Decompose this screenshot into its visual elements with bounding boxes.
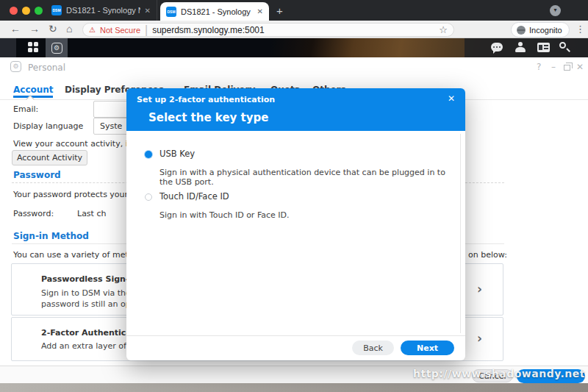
account-activity-button[interactable]: Account Activity bbox=[12, 150, 87, 165]
traffic-close-button[interactable] bbox=[10, 7, 18, 15]
user-menu-button[interactable] bbox=[514, 42, 526, 52]
main-menu-button[interactable] bbox=[28, 42, 39, 53]
home-icon[interactable]: ⌂ bbox=[66, 23, 72, 35]
tab-account[interactable]: Account bbox=[13, 85, 54, 95]
usb-key-label[interactable]: USB Key bbox=[159, 149, 195, 159]
help-icon[interactable]: ? bbox=[537, 62, 541, 72]
traffic-zoom-button[interactable] bbox=[35, 7, 43, 15]
url-text[interactable]: superdsm.synology.me:5001 bbox=[152, 25, 434, 35]
next-button[interactable]: Next bbox=[401, 341, 454, 355]
display-language-value: Syste bbox=[100, 121, 122, 131]
chevron-right-icon[interactable]: › bbox=[477, 282, 482, 296]
dsm-favicon-icon: DSM bbox=[51, 5, 62, 15]
password-label: Password: bbox=[13, 209, 54, 218]
passwordless-title: Passwordless Sign-In bbox=[41, 274, 137, 284]
forward-icon[interactable]: → bbox=[29, 23, 40, 35]
signin-method-heading: Sign-in Method bbox=[13, 231, 89, 241]
password-heading: Password bbox=[13, 170, 61, 180]
dsm-favicon-icon: DSM bbox=[166, 7, 176, 17]
notifications-button[interactable] bbox=[491, 43, 503, 51]
usb-key-description: Sign in with a physical authentication d… bbox=[159, 168, 446, 187]
close-tab-icon[interactable]: ✕ bbox=[145, 7, 151, 15]
taskbar-personal-app[interactable]: ⚙ bbox=[46, 38, 68, 57]
back-icon[interactable]: ← bbox=[10, 23, 21, 35]
app-grid-icon bbox=[28, 42, 39, 53]
incognito-badge: Incognito bbox=[511, 22, 570, 38]
not-secure-label[interactable]: Not Secure bbox=[100, 26, 140, 35]
screen: DSM DS1821 - Synology NAS ✕ DSM DS1821 -… bbox=[0, 0, 588, 392]
modal-eyebrow: Set up 2-factor authentication bbox=[137, 95, 275, 104]
desktop-strip bbox=[0, 383, 588, 392]
modal-footer-divider bbox=[126, 335, 465, 336]
modal-scrollbar[interactable] bbox=[460, 134, 461, 333]
taskbar-tray bbox=[465, 38, 588, 57]
browser-menu-icon[interactable]: ⋮ bbox=[576, 24, 585, 35]
show-desktop-button[interactable] bbox=[0, 38, 16, 57]
browser-tab-active[interactable]: DSM DS1821 - Synology NAS ✕ bbox=[160, 2, 269, 21]
search-icon bbox=[559, 42, 566, 49]
watermark: http://www.shadowandy.net bbox=[413, 368, 585, 379]
close-window-icon[interactable]: ✕ bbox=[576, 62, 584, 72]
modal-header: Set up 2-factor authentication ✕ Select … bbox=[126, 88, 465, 131]
password-value: Last ch bbox=[77, 209, 106, 218]
maximize-icon[interactable] bbox=[564, 65, 570, 71]
modal-title: Select the key type bbox=[148, 111, 268, 124]
tab-search-icon[interactable]: ▾ bbox=[550, 5, 561, 16]
signin-method-text-right: on below: bbox=[468, 250, 507, 260]
back-button[interactable]: Back bbox=[352, 341, 394, 355]
incognito-icon bbox=[517, 26, 526, 35]
touch-id-label[interactable]: Touch ID/Face ID bbox=[159, 191, 229, 202]
display-language-label: Display language bbox=[13, 121, 83, 131]
chat-bubble-icon bbox=[491, 43, 503, 51]
incognito-label: Incognito bbox=[529, 26, 562, 35]
widgets-icon bbox=[537, 43, 550, 52]
widgets-button[interactable] bbox=[537, 43, 550, 52]
warning-icon: ⚠ bbox=[89, 26, 96, 34]
new-tab-button[interactable]: + bbox=[276, 4, 283, 17]
radio-usb-key[interactable] bbox=[145, 151, 152, 158]
personal-app-icon: ⚙ bbox=[51, 43, 62, 54]
email-label: Email: bbox=[13, 104, 38, 114]
address-bar[interactable]: ⚠ Not Secure | superdsm.synology.me:5001… bbox=[82, 23, 454, 37]
reload-icon[interactable]: ↻ bbox=[49, 23, 57, 35]
search-button[interactable] bbox=[559, 42, 566, 49]
setup-2fa-modal: Set up 2-factor authentication ✕ Select … bbox=[126, 88, 465, 360]
tab-title: DS1821 - Synology NAS bbox=[66, 6, 140, 15]
minimize-icon[interactable]: – bbox=[551, 62, 556, 72]
radio-touch-id[interactable] bbox=[145, 193, 152, 201]
touch-id-description: Sign in with Touch ID or Face ID. bbox=[159, 210, 446, 220]
browser-tab-inactive[interactable]: DSM DS1821 - Synology NAS ✕ bbox=[46, 0, 157, 21]
chevron-right-icon[interactable]: › bbox=[477, 331, 482, 346]
window-title: Personal bbox=[28, 63, 65, 73]
bookmark-star-icon[interactable]: ☆ bbox=[439, 24, 448, 35]
traffic-minimize-button[interactable] bbox=[22, 7, 30, 15]
close-tab-icon[interactable]: ✕ bbox=[257, 7, 263, 15]
user-icon bbox=[514, 42, 526, 52]
tab-title: DS1821 - Synology NAS bbox=[181, 7, 253, 16]
window-app-icon: ⚙ bbox=[10, 61, 21, 72]
modal-close-icon[interactable]: ✕ bbox=[448, 93, 455, 104]
